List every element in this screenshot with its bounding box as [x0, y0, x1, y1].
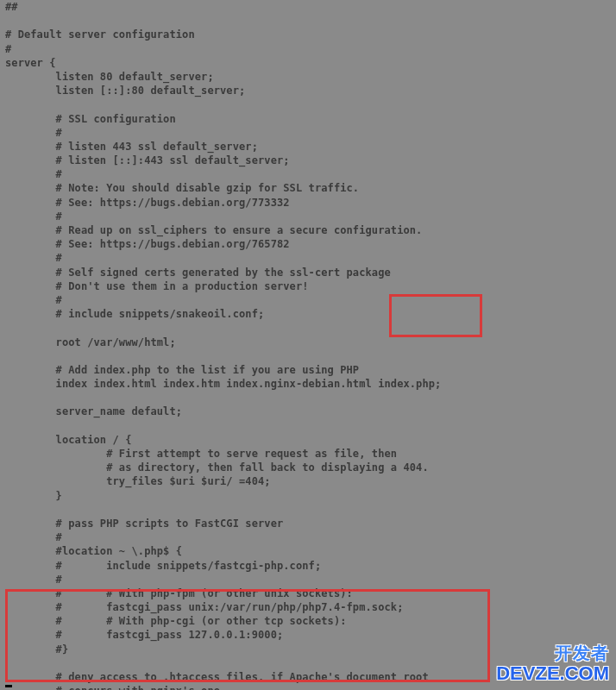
nginx-config-code: ## # Default server configuration # serv… — [0, 0, 616, 690]
terminal-cursor — [5, 685, 12, 687]
